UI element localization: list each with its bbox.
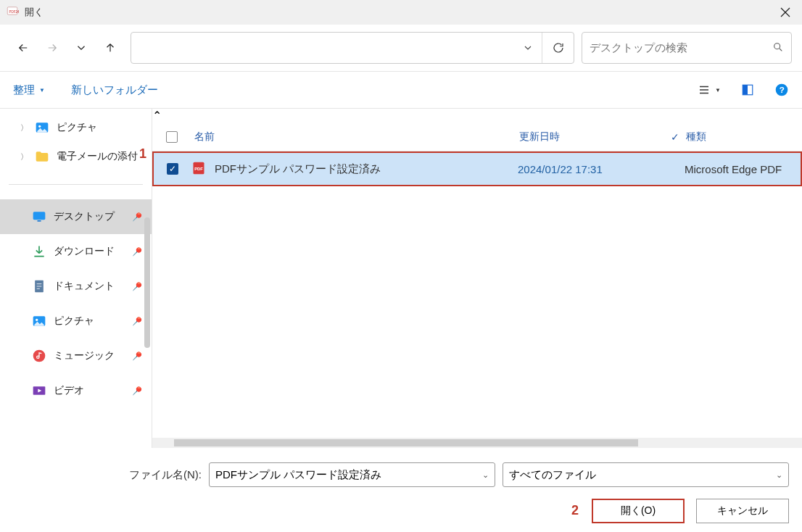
address-dropdown[interactable] xyxy=(513,33,542,63)
forward-button[interactable] xyxy=(39,33,65,62)
svg-rect-15 xyxy=(33,212,46,220)
pin-icon: 📍 xyxy=(128,347,145,364)
column-name[interactable]: 名前 xyxy=(191,130,519,144)
sort-indicator-icon: ⌃ xyxy=(152,109,802,122)
desktop-icon xyxy=(32,209,46,224)
pictures-icon xyxy=(32,314,46,328)
filename-label: ファイル名(N): xyxy=(13,468,202,482)
open-file-dialog: PDF24 開く デスクトップの検索 整理 ▼ 新しいフォルダー ▼ xyxy=(0,0,802,532)
pdf-icon: PDF xyxy=(191,161,209,178)
video-icon xyxy=(32,383,46,398)
new-folder-button[interactable]: 新しいフォルダー xyxy=(71,83,158,97)
column-type[interactable]: 種類 xyxy=(686,130,802,144)
annotation-2: 2 xyxy=(571,503,579,518)
sidebar-item-downloads[interactable]: ダウンロード 📍 xyxy=(0,234,152,269)
sidebar-item-videos[interactable]: ビデオ 📍 xyxy=(0,373,152,408)
svg-text:?: ? xyxy=(780,85,785,94)
bottom-panel: ファイル名(N): PDFサンプル パスワード設定済み ⌄ すべてのファイル ⌄… xyxy=(0,448,802,532)
body-area: 〉 ピクチャ 〉 電子メールの添付 デスクトップ 📍 ダウンロード 📍 xyxy=(0,109,802,448)
app-icon: PDF24 xyxy=(6,4,19,20)
cancel-button[interactable]: キャンセル xyxy=(696,499,789,523)
tree-item-pictures[interactable]: 〉 ピクチャ xyxy=(0,113,152,142)
sidebar: 〉 ピクチャ 〉 電子メールの添付 デスクトップ 📍 ダウンロード 📍 xyxy=(0,109,152,448)
refresh-button[interactable] xyxy=(542,33,574,63)
folder-icon xyxy=(35,149,49,164)
open-button[interactable]: 開く(O) xyxy=(592,499,685,523)
svg-point-14 xyxy=(38,125,41,128)
preview-icon xyxy=(741,83,754,96)
chevron-right-icon: 〉 xyxy=(20,122,28,133)
file-date: 2024/01/22 17:31 xyxy=(518,163,663,175)
svg-point-4 xyxy=(774,43,780,49)
toolbar: 整理 ▼ 新しいフォルダー ▼ ? xyxy=(0,71,802,109)
svg-text:PDF: PDF xyxy=(194,167,203,171)
file-checkbox[interactable]: ✓ xyxy=(154,163,191,175)
music-icon xyxy=(32,349,46,363)
pin-icon: 📍 xyxy=(128,208,145,225)
search-icon xyxy=(772,41,784,55)
svg-rect-16 xyxy=(38,220,41,222)
download-icon xyxy=(32,244,46,259)
chevron-down-icon: ⌄ xyxy=(776,470,782,480)
help-button[interactable]: ? xyxy=(774,83,789,97)
sidebar-scrollbar[interactable] xyxy=(144,217,150,348)
divider xyxy=(9,184,143,185)
svg-point-22 xyxy=(36,319,38,321)
back-button[interactable] xyxy=(10,33,36,62)
pin-icon: 📍 xyxy=(128,382,145,399)
chevron-down-icon: ▼ xyxy=(39,87,45,93)
column-date[interactable]: 更新日時 xyxy=(519,130,664,144)
tree-item-email[interactable]: 〉 電子メールの添付 xyxy=(0,142,152,171)
preview-toggle[interactable] xyxy=(741,83,754,96)
help-icon: ? xyxy=(774,83,789,97)
titlebar: PDF24 開く xyxy=(0,0,802,25)
pin-icon: 📍 xyxy=(128,243,145,259)
organize-menu[interactable]: 整理 ▼ xyxy=(13,83,45,97)
nav-row: デスクトップの検索 xyxy=(0,25,802,71)
filename-input[interactable]: PDFサンプル パスワード設定済み ⌄ xyxy=(209,462,495,487)
address-bar[interactable] xyxy=(131,32,574,64)
file-type-filter[interactable]: すべてのファイル ⌄ xyxy=(503,462,789,487)
window-title: 開く xyxy=(25,6,44,19)
close-button[interactable] xyxy=(769,0,802,25)
recent-dropdown[interactable] xyxy=(68,33,94,62)
column-sort-check-icon: ✓ xyxy=(664,131,686,143)
chevron-right-icon: 〉 xyxy=(20,151,28,162)
search-placeholder: デスクトップの検索 xyxy=(590,41,687,55)
document-icon xyxy=(32,279,46,294)
horizontal-scrollbar[interactable] xyxy=(152,438,802,448)
sidebar-item-music[interactable]: ミュージック 📍 xyxy=(0,338,152,373)
up-button[interactable] xyxy=(97,33,123,62)
column-checkbox[interactable] xyxy=(152,131,191,143)
list-icon xyxy=(698,83,711,96)
svg-text:PDF24: PDF24 xyxy=(9,10,20,14)
file-name: PDFサンプル パスワード設定済み xyxy=(215,162,518,176)
sidebar-item-documents[interactable]: ドキュメント 📍 xyxy=(0,269,152,304)
chevron-down-icon: ⌄ xyxy=(482,470,489,480)
file-row[interactable]: ✓ PDF PDFサンプル パスワード設定済み 2024/01/22 17:31… xyxy=(152,151,802,186)
search-input[interactable]: デスクトップの検索 xyxy=(582,32,792,64)
view-menu[interactable]: ▼ xyxy=(698,83,721,96)
svg-rect-10 xyxy=(743,85,748,95)
sidebar-item-desktop[interactable]: デスクトップ 📍 xyxy=(0,199,152,234)
file-list-header: 名前 更新日時 ✓ 種類 xyxy=(152,122,802,151)
svg-line-5 xyxy=(780,49,782,51)
file-type: Microsoft Edge PDF xyxy=(685,163,801,175)
pin-icon: 📍 xyxy=(128,312,145,329)
sidebar-item-pictures[interactable]: ピクチャ 📍 xyxy=(0,304,152,338)
chevron-down-icon: ▼ xyxy=(715,87,721,93)
pin-icon: 📍 xyxy=(128,278,145,294)
annotation-1: 1 xyxy=(139,146,146,162)
file-list-area: ⌃ 名前 更新日時 ✓ 種類 1 ✓ PDF PDFサンプル パスワード設定済み… xyxy=(152,109,802,448)
pictures-icon xyxy=(35,120,49,135)
